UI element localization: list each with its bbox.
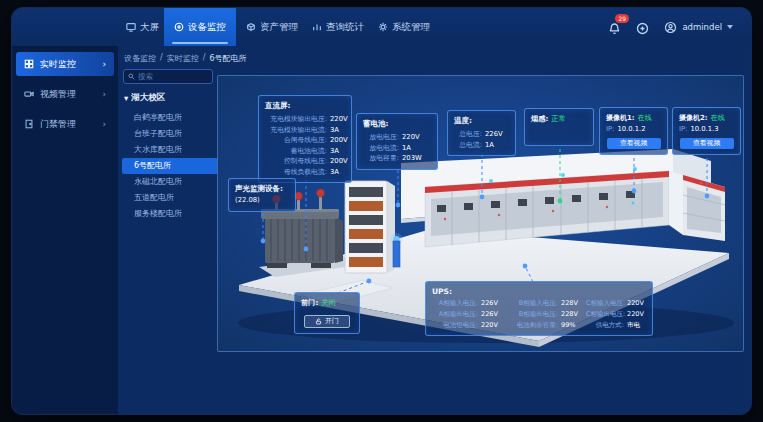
breadcrumb: 设备监控 / 实时监控 / 6号配电所 [124, 53, 247, 64]
grid-monitor-icon [24, 59, 34, 69]
chevron-right-icon: › [102, 89, 106, 99]
smoke-label: 烟感: [531, 114, 548, 125]
chevron-right-icon: › [102, 59, 106, 69]
door-icon [24, 119, 34, 129]
callout-camera-1: 摄像机1:在线 IP:10.0.1.2 查看视频 [599, 107, 668, 155]
camera2-status: 在线 [711, 113, 725, 124]
sidebar-item-label: 门禁管理 [40, 118, 76, 131]
nav-item-query-stats[interactable]: 查询统计 [302, 8, 374, 46]
nav-item-label: 系统管理 [392, 21, 430, 34]
open-door-button[interactable]: 开门 [304, 315, 350, 328]
sidebar-item-label: 实时监控 [40, 58, 76, 71]
topbar-actions: 29 admindel [608, 8, 733, 46]
tree-caret-icon: ▾ [124, 93, 128, 103]
fullscreen-button[interactable] [636, 20, 650, 34]
left-sidebar: 实时监控 › 视频管理 › 门禁管理 › [12, 46, 118, 414]
tree-item-station[interactable]: 台班子配电所 [122, 126, 218, 142]
user-menu[interactable]: admindel [664, 21, 733, 34]
smoke-status: 正常 [551, 114, 565, 125]
callout-title: 蓄电池: [363, 119, 431, 129]
station-tree: ▾ 湖大校区 白鹤亭配电所 台班子配电所 大水库配电所 6号配电所 永磁北配电所… [122, 90, 218, 222]
door-status: 关闭 [321, 298, 335, 309]
camera2-ip: 10.0.1.3 [690, 124, 718, 135]
tree-item-station[interactable]: 服务楼配电所 [122, 206, 218, 222]
monitor-icon [174, 22, 184, 32]
nav-item-label: 大屏 [140, 21, 159, 34]
callout-sound-monitor: 声光监测设备: (22.08) [228, 178, 296, 212]
search-input[interactable] [138, 72, 208, 81]
breadcrumb-separator: / [160, 53, 163, 64]
sidebar-item-access-control[interactable]: 门禁管理 › [16, 112, 114, 136]
callout-camera-2: 摄像机2:在线 IP:10.0.1.3 查看视频 [672, 107, 741, 155]
nav-item-label: 查询统计 [326, 21, 364, 34]
camera2-label: 摄像机2: [679, 113, 708, 124]
tree-group-label: 湖大校区 [131, 92, 165, 104]
video-camera-icon [24, 89, 34, 99]
callout-title: 声光监测设备: [235, 184, 289, 194]
notification-bell-button[interactable]: 29 [608, 20, 622, 34]
callout-battery: 蓄电池: 放电电压:220V 放电电流:1A 放电容量:203W [356, 113, 438, 170]
sidebar-item-label: 视频管理 [40, 88, 76, 101]
view-video-button[interactable]: 查看视频 [680, 138, 734, 149]
stats-icon [312, 22, 322, 32]
tree-item-station[interactable]: 五道配电所 [122, 190, 218, 206]
screen-icon [126, 22, 136, 32]
app-window: 大屏 设备监控 资产管理 查询统计 系统管理 29 [12, 8, 751, 414]
breadcrumb-item[interactable]: 设备监控 [124, 53, 156, 64]
callout-ups: UPS: A相输入电压:226V B相输入电压:228V C相输入电压:220V… [425, 281, 653, 336]
tree-item-station[interactable]: 大水库配电所 [122, 142, 218, 158]
sound-monitor-value: (22.08) [235, 195, 260, 206]
avatar-icon [664, 21, 677, 34]
callout-temperature: 温度: 总电压:226V 总电流:1A [447, 110, 516, 156]
search-icon [128, 73, 135, 80]
nav-item-assets[interactable]: 资产管理 [236, 8, 308, 46]
camera1-ip: 10.0.1.2 [617, 124, 645, 135]
tree-item-station[interactable]: 白鹤亭配电所 [122, 110, 218, 126]
breadcrumb-item-current: 6号配电所 [209, 53, 246, 64]
chevron-right-icon: › [102, 119, 106, 129]
nav-item-system[interactable]: 系统管理 [368, 8, 440, 46]
callout-dc-panel: 直流屏: 充电模块输出电压:220V 充电模块输出电流:3A 合闸母线电压:20… [258, 95, 352, 183]
caret-down-icon [727, 25, 733, 29]
breadcrumb-item[interactable]: 实时监控 [167, 53, 199, 64]
username-label: admindel [682, 22, 722, 32]
unlock-icon [315, 318, 322, 325]
top-nav-bar: 大屏 设备监控 资产管理 查询统计 系统管理 29 [12, 8, 751, 46]
tree-item-station[interactable]: 永磁北配电所 [122, 174, 218, 190]
camera1-label: 摄像机1: [606, 113, 635, 124]
screenshot-stage: 大屏 设备监控 资产管理 查询统计 系统管理 29 [0, 0, 763, 422]
view-video-button[interactable]: 查看视频 [607, 138, 661, 149]
fullscreen-icon [636, 22, 649, 35]
bell-icon [608, 22, 621, 35]
asset-box-icon [246, 22, 256, 32]
callout-title: 直流屏: [265, 101, 345, 111]
sidebar-item-video-manage[interactable]: 视频管理 › [16, 82, 114, 106]
nav-item-label: 设备监控 [188, 21, 226, 34]
content-area: 设备监控 / 实时监控 / 6号配电所 ▾ 湖大校区 白鹤亭配电所 台班子配电所… [118, 46, 751, 414]
callout-title: UPS: [432, 287, 646, 296]
tree-item-station-selected[interactable]: 6号配电所 [122, 158, 218, 174]
camera1-status: 在线 [638, 113, 652, 124]
door-label: 前门: [301, 298, 318, 309]
tree-group-campus[interactable]: ▾ 湖大校区 [122, 90, 218, 110]
nav-item-bigscreen[interactable]: 大屏 [116, 8, 169, 46]
notification-badge: 29 [615, 14, 629, 23]
callout-front-door: 前门:关闭 开门 [294, 292, 360, 334]
sidebar-item-realtime-monitor[interactable]: 实时监控 › [16, 52, 114, 76]
ups-grid: A相输入电压:226V B相输入电压:228V C相输入电压:220V A相输出… [432, 299, 646, 330]
breadcrumb-separator: / [203, 53, 206, 64]
gear-icon [378, 22, 388, 32]
nav-item-device-monitor[interactable]: 设备监控 [164, 8, 236, 46]
callout-smoke-sensor: 烟感:正常 [524, 108, 594, 146]
station-search [123, 69, 213, 84]
nav-item-label: 资产管理 [260, 21, 298, 34]
callout-title: 温度: [454, 116, 509, 126]
